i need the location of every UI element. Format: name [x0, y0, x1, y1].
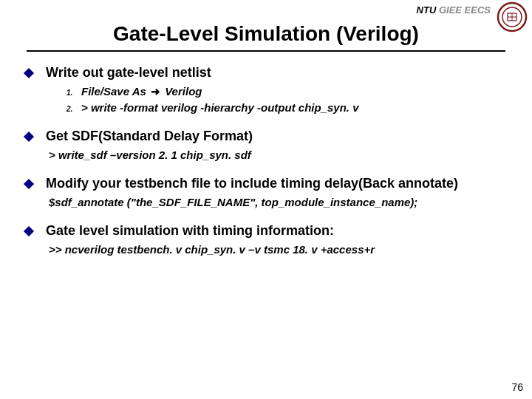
bullet-heading: Get SDF(Standard Delay Format): [46, 129, 253, 144]
bullet-diamond-icon: [24, 68, 34, 78]
sub-list: 1. File/Save As ➜ Verilog 2. > write -fo…: [66, 85, 511, 114]
code-line: >> ncverilog testbench. v chip_syn. v –v…: [49, 243, 511, 256]
bullet-item: Gate level simulation with timing inform…: [21, 223, 511, 239]
page-number: 76: [511, 381, 523, 393]
bullet-diamond-icon: [24, 132, 34, 142]
header-org: NTU GIEE EECS: [417, 4, 491, 16]
bullet-diamond-icon: [24, 179, 34, 189]
dept-name: GIEE EECS: [439, 4, 491, 16]
sub-item: 1. File/Save As ➜ Verilog: [66, 85, 511, 98]
slide-title: Gate-Level Simulation (Verilog): [0, 22, 532, 50]
university-seal-icon: [497, 1, 528, 33]
sub-number: 2.: [66, 105, 81, 113]
bullet-item: Write out gate-level netlist: [21, 65, 511, 81]
bullet-item: Modify your testbench file to include ti…: [21, 176, 511, 191]
bullet-item: Get SDF(Standard Delay Format): [21, 129, 511, 144]
sub-item: 2. > write -format verilog -hierarchy -o…: [66, 101, 511, 114]
bullet-heading: Modify your testbench file to include ti…: [46, 176, 458, 191]
slide-content: Write out gate-level netlist 1. File/Sav…: [0, 65, 532, 256]
code-line: > write_sdf –version 2. 1 chip_syn. sdf: [49, 149, 511, 161]
sub-number: 1.: [66, 89, 81, 97]
org-name: NTU: [417, 4, 437, 16]
bullet-diamond-icon: [24, 226, 34, 236]
sub-text: File/Save As ➜ Verilog: [81, 85, 202, 98]
code-line: $sdf_annotate ("the_SDF_FILE_NAME", top_…: [49, 196, 511, 208]
bullet-heading: Write out gate-level netlist: [46, 65, 211, 81]
bullet-heading: Gate level simulation with timing inform…: [46, 223, 334, 239]
sub-text: > write -format verilog -hierarchy -outp…: [81, 101, 359, 114]
title-underline: [27, 50, 505, 52]
arrow-icon: ➜: [151, 85, 160, 98]
